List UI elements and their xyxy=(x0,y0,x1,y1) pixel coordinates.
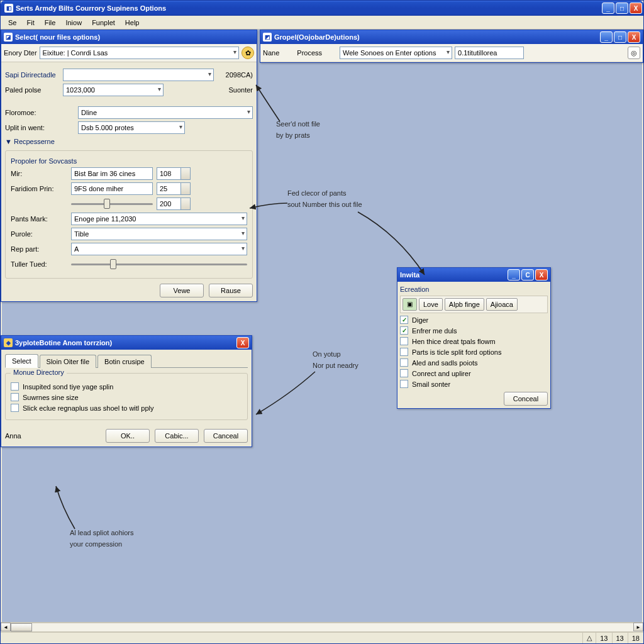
inwita-item-label: Hen thice dreat tpals flowm xyxy=(412,338,496,345)
rause-button[interactable]: Rause xyxy=(209,284,253,297)
split-combo[interactable]: Dsb 5.000 protes xyxy=(78,121,185,134)
gear-icon[interactable]: ✿ xyxy=(242,47,254,59)
sapi-combo[interactable] xyxy=(63,69,214,81)
paled-row: Paled polse 1023,000 Suonter xyxy=(5,84,253,96)
tb-num-field[interactable]: 0.1titutillorea xyxy=(455,47,524,59)
checkbox-icon xyxy=(400,380,408,388)
roromoe-row: Floromoe: Dline xyxy=(5,106,253,119)
scroll-thumb[interactable] xyxy=(11,623,32,631)
gropel-minimize-button[interactable]: _ xyxy=(600,31,613,43)
dialog-yplote: ◆ 3yploteBotine Anom torrzion) X Select … xyxy=(1,335,252,447)
sapi-label: Sapi Dirirectadle xyxy=(5,71,59,79)
panel-left-body: Sapi Dirirectadle 2098CA) Paled polse 10… xyxy=(1,62,257,301)
inwita-minimize-button[interactable]: _ xyxy=(508,269,520,280)
dialog-yplote-titlebar[interactable]: ◆ 3yploteBotine Anom torrzion) X xyxy=(1,336,252,350)
slider1[interactable] xyxy=(71,197,153,210)
inwita-item-4[interactable]: Aled and sadls poiots xyxy=(400,358,548,367)
annotation-2: Fed clecor of pantssout Number this out … xyxy=(287,187,362,209)
inwita-btn-ajioaca[interactable]: Ajioaca xyxy=(486,298,518,311)
tb-wele-combo[interactable]: Wele Sonoes on Enter options xyxy=(340,47,452,59)
paled-right: Suonter xyxy=(167,86,253,94)
tab-select[interactable]: Select xyxy=(5,354,38,368)
purole-combo[interactable]: Tible xyxy=(71,228,247,240)
inwita-item-5[interactable]: Conrect and uplirer xyxy=(400,369,548,377)
menu-iniow[interactable]: Iniow xyxy=(60,17,87,28)
menu-funplet[interactable]: Funplet xyxy=(87,17,120,28)
faridiom-spin[interactable]: 25▲▼ xyxy=(157,182,191,195)
pants-label: Pants Mark: xyxy=(11,215,67,223)
checkbox-icon xyxy=(400,369,408,377)
status-n3: 18 xyxy=(628,633,643,643)
cancel-button[interactable]: Canceal xyxy=(204,429,248,443)
chk-suwrnes[interactable]: Suwrnes sine size xyxy=(11,393,242,401)
recpesserne-disclosure[interactable]: ▼ Recpesserne xyxy=(5,138,253,145)
scroll-left-button[interactable]: ◄ xyxy=(1,623,11,631)
ok-button[interactable]: OK.. xyxy=(106,429,150,443)
scroll-track[interactable] xyxy=(11,623,633,632)
roromoe-combo[interactable]: Dline xyxy=(78,106,253,119)
tuller-slider[interactable] xyxy=(71,258,247,270)
tb-name-label: Nane xyxy=(263,49,279,57)
paled-combo[interactable]: 1023,000 xyxy=(63,84,164,96)
slider1-spin[interactable]: 200▲▼ xyxy=(157,197,191,210)
close-button[interactable]: X xyxy=(630,3,642,14)
panel-gropel-toolbar: Nane Process Wele Sonoes on Enter option… xyxy=(260,44,643,62)
gropel-close-button[interactable]: X xyxy=(628,31,640,43)
menu-fit[interactable]: Fit xyxy=(21,17,39,28)
faridiom-field[interactable]: 9FS done miher xyxy=(71,182,153,195)
minimize-button[interactable]: _ xyxy=(602,3,614,14)
propoler-group: Propoler for Sovcasts Mir: Bist Bar im 3… xyxy=(5,150,253,279)
menu-file[interactable]: File xyxy=(40,17,61,28)
horizontal-scrollbar[interactable]: ◄ ► xyxy=(1,622,643,632)
main-titlebar[interactable]: ◧ Serts Armdy Bilts Courrory Supinens Op… xyxy=(1,1,643,16)
panel-select-files-options: ◪ Select( nour files options) Enory Dter… xyxy=(1,30,257,302)
inwita-item-6[interactable]: Smail sonter xyxy=(400,380,548,388)
inwita-help-button[interactable]: C xyxy=(521,269,534,280)
checkbox-icon xyxy=(400,358,408,367)
menubar[interactable]: Se Fit File Iniow Funplet Help xyxy=(1,16,643,30)
menu-help[interactable]: Help xyxy=(120,17,145,28)
inwita-item-1[interactable]: ✓Enfrer me duls xyxy=(400,326,548,335)
app-icon: ◧ xyxy=(4,4,13,13)
chk-slick[interactable]: Slick eclue regnaplus uas shoel to witl … xyxy=(11,404,242,412)
dialog-yplote-title: 3yploteBotine Anom torrzion) xyxy=(15,339,112,347)
panel-gropel: ◩ Gropel(OojobarDe)utions) _ □ X Nane Pr… xyxy=(260,30,643,63)
scroll-right-button[interactable]: ► xyxy=(633,623,643,631)
tab-botin[interactable]: Botin crusipe xyxy=(97,355,152,368)
tab-sloin[interactable]: Sloin Oiter file xyxy=(40,355,96,368)
split-label: Uplit in went: xyxy=(5,124,74,131)
inwita-conceal-button[interactable]: Conceal xyxy=(504,392,548,406)
enory-dter-combo[interactable]: Eixitue: | Conrdi Lsas xyxy=(40,47,239,59)
mir-spin[interactable]: 108▲▼ xyxy=(157,167,191,180)
annotation-3: On yotupNor put neadry xyxy=(313,348,358,370)
menu-se[interactable]: Se xyxy=(3,17,21,28)
cabic-button[interactable]: Cabic... xyxy=(155,429,199,443)
checkbox-icon xyxy=(400,348,408,356)
sapi-row: Sapi Dirirectadle 2098CA) xyxy=(5,69,253,81)
inwita-btn-love[interactable]: Love xyxy=(419,298,443,311)
panel-gropel-titlebar[interactable]: ◩ Gropel(OojobarDe)utions) _ □ X xyxy=(260,30,643,44)
annotation-1: Seer'd nott fileby by prats xyxy=(276,118,320,140)
rep-combo[interactable]: A xyxy=(71,243,247,255)
main-title: Serts Armdy Bilts Courrory Supinens Opti… xyxy=(16,4,166,12)
dialog-yplote-icon: ◆ xyxy=(4,338,13,347)
inwita-tool-icon[interactable]: ▣ xyxy=(402,298,417,311)
checkbox-icon xyxy=(400,337,408,345)
panel-left-titlebar[interactable]: ◪ Select( nour files options) xyxy=(1,30,257,44)
chk-insupited[interactable]: Insupited sond tiye yage splin xyxy=(11,382,242,391)
inwita-btn-alpb[interactable]: Alpb finge xyxy=(445,298,484,311)
maximize-button[interactable]: □ xyxy=(616,3,628,14)
pants-combo[interactable]: Enoge pine 11,2030 xyxy=(71,213,247,225)
vewe-button[interactable]: Vewe xyxy=(160,284,204,297)
mir-field[interactable]: Bist Bar im 36 cines xyxy=(71,167,153,180)
gropel-maximize-button[interactable]: □ xyxy=(614,31,626,43)
inwita-titlebar[interactable]: Inwita _ C X xyxy=(397,268,550,282)
inwita-close-button[interactable]: X xyxy=(535,269,548,280)
inwita-item-2[interactable]: Hen thice dreat tpals flowm xyxy=(400,337,548,345)
toolbar-end-icon[interactable]: ◎ xyxy=(628,47,640,59)
inwita-item-3[interactable]: Parts is ticle split ford options xyxy=(400,348,548,356)
enory-dter-label: Enory Dter xyxy=(4,49,37,57)
dialog-yplote-close-button[interactable]: X xyxy=(236,337,249,348)
panel-gropel-title: Gropel(OojobarDe)utions) xyxy=(274,33,360,41)
inwita-item-0[interactable]: ✓Diger xyxy=(400,316,548,324)
